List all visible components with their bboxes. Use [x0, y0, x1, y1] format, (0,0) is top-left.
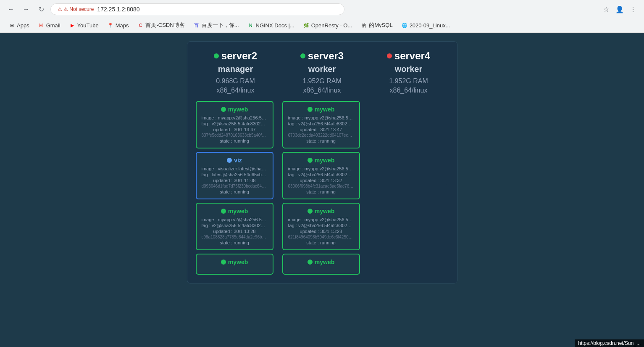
- service-card[interactable]: myweb image : myapp:v2@sha256:5f4afc83..…: [282, 152, 360, 199]
- service-card[interactable]: myweb image : myapp:v2@sha256:5f4afc83..…: [282, 203, 360, 250]
- bookmark-youtube-label: YouTube: [77, 22, 99, 29]
- service-name: myweb: [288, 208, 354, 215]
- bookmark-gmail[interactable]: M Gmail: [34, 21, 64, 30]
- bookmark-linux-label: 2020-09_Linux...: [410, 22, 450, 29]
- swarm-container: server2 manager 0.968G RAM x86_64/linux …: [187, 41, 457, 283]
- bookmark-apps[interactable]: ⊞ Apps: [5, 21, 33, 30]
- insecure-indicator: ⚠ ⚠ Not secure: [58, 6, 94, 12]
- star-button[interactable]: ☆: [600, 3, 612, 15]
- server4-empty-area: [370, 101, 447, 185]
- bookmark-csdn-label: 首页-CSDN博客: [145, 21, 184, 29]
- server2-status-dot: [214, 53, 219, 58]
- account-button[interactable]: 👤: [614, 3, 626, 15]
- service-card[interactable]: myweb image : myapp:v2@sha256:5f4afc83..…: [282, 101, 360, 148]
- bookmark-gmail-label: Gmail: [46, 22, 60, 29]
- server3-status-dot: [300, 53, 305, 58]
- bookmark-nginx[interactable]: N NGINX Docs |...: [244, 21, 298, 30]
- service-status-dot: [308, 260, 313, 265]
- insecure-label: ⚠ Not secure: [63, 6, 94, 12]
- bookmark-openresty-label: OpenResty - O...: [311, 22, 352, 29]
- server3-role: worker: [300, 64, 344, 74]
- service-tag: tag : v2@sha256:5f4afc8302ade316f...: [202, 223, 268, 228]
- service-image: image : myapp:v2@sha256:5f4afc83...: [288, 115, 354, 120]
- service-name-text: viz: [234, 157, 242, 164]
- server2-ram: 0.968G RAM: [214, 77, 257, 85]
- bookmark-maps-label: Maps: [116, 22, 129, 29]
- server3-name: server3: [300, 50, 344, 62]
- service-card[interactable]: viz image : visualizer:latest@sha256:54c…: [196, 152, 273, 199]
- service-updated: updated : 30/1 13:47: [202, 127, 268, 132]
- server-column-server2: server2 manager 0.968G RAM x86_64/linux …: [196, 50, 276, 275]
- server4-arch: x86_64/linux: [387, 87, 430, 94]
- service-state: state : running: [288, 138, 354, 143]
- service-image: image : visualizer:latest@sha256:54c...: [202, 166, 268, 171]
- service-card[interactable]: myweb image : myapp:v2@sha256:5f4afc83..…: [196, 101, 273, 148]
- service-card[interactable]: myweb: [282, 254, 360, 275]
- bookmark-linux[interactable]: 🌐 2020-09_Linux...: [398, 21, 454, 30]
- service-state: state : running: [202, 189, 268, 194]
- server3-name-text: server3: [308, 50, 344, 62]
- service-updated: updated : 30/1 11:08: [202, 178, 268, 183]
- server3-header: server3 worker 1.952G RAM x86_64/linux: [300, 50, 344, 94]
- back-button[interactable]: ←: [5, 3, 17, 15]
- service-tag: tag : v2@sha256:5f4afc8302ade316f...: [288, 223, 354, 228]
- server2-header: server2 manager 0.968G RAM x86_64/linux: [214, 50, 257, 94]
- service-name-text: myweb: [228, 259, 248, 265]
- service-tag: tag : v2@sha256:5f4afc8302ade316f...: [288, 172, 354, 177]
- service-status-dot: [308, 158, 313, 163]
- service-tag: tag : v2@sha256:5f4afc8302ade316f...: [202, 121, 268, 126]
- service-name: myweb: [202, 106, 268, 113]
- service-id: c98a108828a7785e844da2e96b166c...: [202, 235, 268, 239]
- bookmark-csdn[interactable]: C 首页-CSDN博客: [134, 20, 188, 30]
- server2-name: server2: [214, 50, 257, 62]
- server2-arch: x86_64/linux: [214, 87, 257, 94]
- server3-ram: 1.952G RAM: [300, 77, 344, 85]
- csdn-icon: C: [137, 22, 144, 29]
- menu-button[interactable]: ⋮: [627, 3, 639, 15]
- service-name-text: myweb: [228, 208, 248, 215]
- bookmark-youtube[interactable]: ▶ YouTube: [66, 21, 102, 30]
- gmail-icon: M: [38, 22, 45, 29]
- service-card[interactable]: myweb: [196, 254, 273, 275]
- service-name: myweb: [288, 157, 354, 164]
- service-status-dot: [227, 158, 232, 163]
- service-id: 03006f698b4fc31acae3ae5fac76f892...: [288, 184, 354, 188]
- server4-name: server4: [387, 50, 430, 62]
- service-name-text: myweb: [315, 208, 334, 215]
- url-text: 172.25.1.2:8080: [97, 6, 139, 13]
- service-status-dot: [221, 107, 226, 112]
- status-url: https://blog.csdn.net/Sun_...: [578, 340, 641, 346]
- address-bar[interactable]: ⚠ ⚠ Not secure 172.25.1.2:8080: [50, 3, 344, 15]
- service-id: 837fe5cdd24870163633cb5a40faa9f...: [202, 133, 268, 138]
- server-column-server3: server3 worker 1.952G RAM x86_64/linux m…: [282, 50, 362, 275]
- service-name: myweb: [202, 259, 268, 265]
- server3-arch: x86_64/linux: [300, 87, 344, 94]
- linux-icon: 🌐: [401, 22, 408, 29]
- refresh-button[interactable]: ↻: [35, 3, 47, 15]
- service-name: myweb: [288, 106, 354, 113]
- bookmark-baidu-label: 百度一下，你...: [202, 21, 239, 29]
- nginx-icon: N: [247, 22, 254, 29]
- forward-button[interactable]: →: [20, 3, 32, 15]
- service-state: state : running: [202, 240, 268, 245]
- service-tag: tag : latest@sha256:54d65cbcbff52e...: [202, 172, 268, 177]
- service-status-dot: [308, 209, 313, 214]
- service-card[interactable]: myweb image : myapp:v2@sha256:5f4afc83..…: [196, 203, 273, 250]
- service-state: state : running: [288, 189, 354, 194]
- service-state: state : running: [288, 240, 354, 245]
- server4-ram: 1.952G RAM: [387, 77, 430, 85]
- bookmark-apps-label: Apps: [17, 22, 29, 29]
- bookmark-baidu[interactable]: 百 百度一下，你...: [190, 20, 242, 30]
- server4-name-text: server4: [394, 50, 430, 62]
- bookmark-mysql[interactable]: 的 的MySQL: [357, 20, 396, 30]
- mysql-icon: 的: [360, 22, 367, 29]
- service-image: image : myapp:v2@sha256:5f4afc83...: [288, 166, 354, 171]
- server2-role: manager: [214, 64, 257, 74]
- bookmark-maps[interactable]: 📍 Maps: [104, 21, 132, 30]
- openresty-icon: 🌿: [303, 22, 310, 29]
- warning-icon: ⚠: [58, 6, 62, 12]
- bookmark-openresty[interactable]: 🌿 OpenResty - O...: [300, 21, 356, 30]
- service-status-dot: [221, 260, 226, 265]
- service-image: image : myapp:v2@sha256:5f4afc83...: [202, 115, 268, 120]
- service-image: image : myapp:v2@sha256:5f4afc83...: [202, 217, 268, 222]
